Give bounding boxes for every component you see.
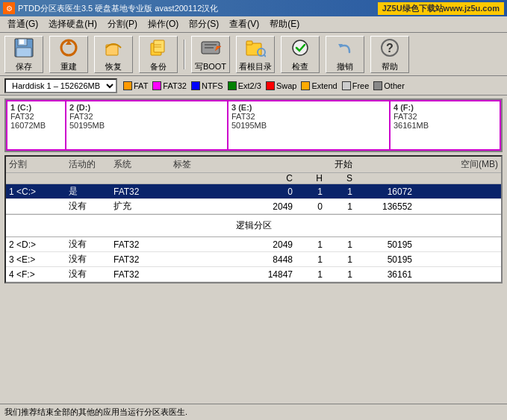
chs-subheader: C H S [6, 173, 501, 184]
table-cell: FAT32 [113, 239, 173, 250]
th-part: 分割 [9, 158, 69, 171]
toolbar-label-保存: 保存 [16, 61, 32, 72]
table-body: 1 <C:>是FAT3201116072没有扩充204901136552逻辑分区… [6, 184, 501, 282]
table-cell: 2 <D:> [9, 239, 69, 250]
table-cell: 1 [293, 269, 323, 280]
toolbar-button-写BOOT[interactable]: 写BOOT [191, 36, 230, 73]
legend-item-NTFS: NTFS [191, 81, 223, 90]
legend-item-Free: Free [342, 81, 370, 90]
legend-color-Free [342, 81, 351, 90]
th-h: H [293, 173, 323, 184]
table-cell: 1 <C:> [9, 187, 69, 197]
partition-visual: 1 (C:)FAT3216072MB2 (D:)FAT3250195MB3 (E… [4, 98, 503, 152]
toolbar-button-恢复[interactable]: 恢复 [94, 36, 133, 73]
table-cell: 没有 [69, 268, 113, 280]
menu-item[interactable]: 查看(V) [225, 16, 264, 32]
toolbar-label-备份: 备份 [150, 61, 167, 72]
legend-color-NTFS [191, 81, 200, 90]
table-cell: 是 [69, 185, 113, 198]
svg-line-16 [264, 54, 266, 57]
partition-fs-1: FAT32 [10, 112, 62, 121]
partition-label-1: 1 (C:) [10, 103, 62, 112]
table-cell: 1 [323, 269, 352, 280]
table-cell: 0 [248, 187, 293, 197]
toolbar: 保存 重建 恢复 备份 写BOOT 看根目录 检查 撤销 [0, 33, 507, 76]
partition-label-2: 2 (D:) [69, 103, 224, 112]
table-row[interactable]: 2 <D:>没有FAT3220491150195 [6, 237, 501, 252]
menu-item[interactable]: 部分(S) [184, 16, 223, 32]
logical-section-header: 逻辑分区 [6, 214, 501, 237]
toolbar-icon-恢复 [102, 37, 125, 60]
table-cell: 136552 [352, 201, 412, 212]
legend-item-Ext2/3: Ext2/3 [228, 81, 261, 90]
partition-block-3[interactable]: 3 (E:)FAT3250195MB [227, 100, 391, 151]
table-cell: 1 [323, 201, 352, 212]
table-row[interactable]: 4 <F:>没有FAT32148471136161 [6, 267, 501, 282]
disk-selector[interactable]: Harddisk 1 – 152626MB [4, 78, 117, 93]
table-cell: FAT32 [113, 187, 173, 197]
table-row[interactable]: 没有扩充204901136552 [6, 199, 501, 214]
legend-label-FAT32: FAT32 [163, 81, 187, 90]
toolbar-button-重建[interactable]: 重建 [49, 36, 88, 73]
partition-size-3: 50195MB [231, 121, 386, 130]
svg-point-17 [293, 40, 308, 55]
toolbar-icon-检查 [288, 37, 312, 60]
legend-item-Swap: Swap [266, 81, 297, 90]
legend-color-FAT32 [152, 81, 161, 90]
table-cell: 50195 [352, 254, 412, 265]
toolbar-button-检查[interactable]: 检查 [281, 36, 320, 73]
menu-item[interactable]: 操作(O) [143, 16, 183, 32]
table-row[interactable]: 1 <C:>是FAT3201116072 [6, 184, 501, 199]
legend-label-NTFS: NTFS [202, 81, 223, 90]
toolbar-button-保存[interactable]: 保存 [4, 36, 43, 73]
th-system: 系统 [113, 158, 173, 171]
legend-item-FAT: FAT [123, 81, 148, 90]
partition-block-1[interactable]: 1 (C:)FAT3216072MB [6, 100, 66, 151]
partition-block-4[interactable]: 4 (F:)FAT3236161MB [389, 100, 501, 151]
toolbar-label-看根目录: 看根目录 [239, 61, 272, 72]
toolbar-button-撤销[interactable]: 撤销 [326, 36, 364, 73]
legend-label-Swap: Swap [276, 81, 297, 90]
titlebar-left: ⚙ PTDD分区表医生3.5 硬盘基地专业版 avast200112汉化 [3, 2, 218, 14]
th-space: 空间(MB) [438, 158, 498, 171]
svg-rect-2 [19, 40, 24, 44]
partition-size-1: 16072MB [10, 121, 62, 130]
table-cell: 1 [293, 239, 323, 250]
toolbar-label-撤销: 撤销 [337, 61, 353, 72]
legend-row: FATFAT32NTFSExt2/3SwapExtendFreeOther [123, 81, 405, 90]
table-row[interactable]: 3 <E:>没有FAT3284481150195 [6, 252, 501, 267]
menubar: 普通(G)选择硬盘(H)分割(P)操作(O)部分(S)查看(V)帮助(E) [0, 16, 507, 33]
table-cell: 1 [323, 239, 352, 250]
toolbar-icon-备份 [146, 37, 170, 60]
table-cell: 没有 [69, 238, 113, 251]
toolbar-button-备份[interactable]: 备份 [139, 36, 178, 73]
table-cell: 50195 [352, 239, 412, 250]
partition-fs-3: FAT32 [231, 112, 386, 121]
menu-item[interactable]: 选择硬盘(H) [44, 16, 102, 32]
toolbar-separator [184, 40, 185, 69]
legend-label-Ext2/3: Ext2/3 [238, 81, 261, 90]
legend-color-Swap [266, 81, 275, 90]
table-cell: 8448 [248, 254, 293, 265]
menu-item[interactable]: 帮助(E) [265, 16, 304, 32]
menu-item[interactable]: 普通(G) [3, 16, 43, 32]
partition-label-3: 3 (E:) [231, 103, 386, 112]
toolbar-button-看根目录[interactable]: 看根目录 [236, 36, 275, 73]
table-cell: FAT32 [113, 269, 173, 280]
legend-label-Free: Free [352, 81, 370, 90]
legend-item-FAT32: FAT32 [152, 81, 187, 90]
legend-item-Extend: Extend [301, 81, 337, 90]
table-cell: 36161 [352, 269, 412, 280]
partition-fs-2: FAT32 [69, 112, 224, 121]
partition-size-2: 50195MB [69, 121, 224, 130]
toolbar-button-帮助[interactable]: ? 帮助 [370, 36, 409, 73]
toolbar-icon-看根目录 [243, 37, 267, 60]
partition-block-2[interactable]: 2 (D:)FAT3250195MB [65, 100, 228, 151]
table-cell: 16072 [352, 187, 412, 197]
table-cell: 扩充 [113, 200, 173, 213]
menu-item[interactable]: 分割(P) [103, 16, 142, 32]
th-active: 活动的 [69, 158, 113, 171]
title-badge: JZ5U绿色下载站www.jz5u.com [378, 2, 504, 15]
toolbar-icon-重建 [57, 37, 81, 60]
table-cell: 没有 [69, 253, 113, 266]
